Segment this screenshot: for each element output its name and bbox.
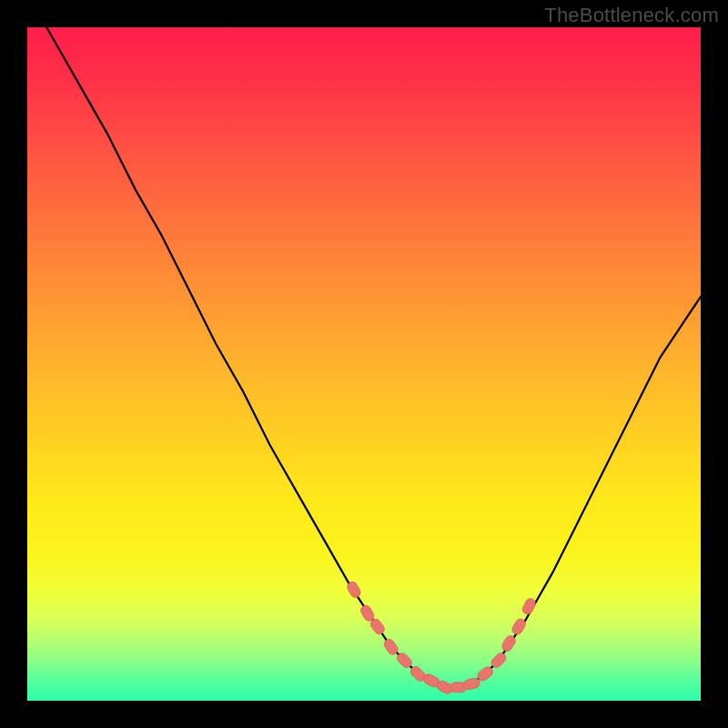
highlight-marker <box>462 677 480 691</box>
chart-frame: TheBottleneck.com <box>0 0 728 728</box>
curve-layer <box>27 27 701 701</box>
highlight-markers <box>346 580 538 695</box>
plot-area <box>27 27 701 701</box>
bottleneck-curve <box>27 27 701 687</box>
watermark-text: TheBottleneck.com <box>544 4 719 27</box>
highlight-marker <box>521 597 537 616</box>
